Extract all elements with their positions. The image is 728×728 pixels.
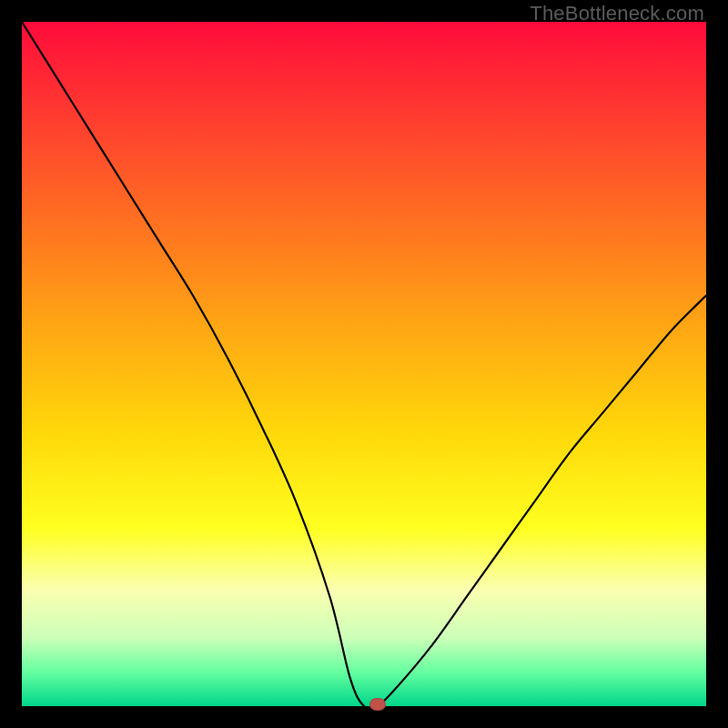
chart-container: TheBottleneck.com — [0, 0, 728, 728]
plot-area — [22, 22, 706, 706]
bottleneck-curve — [22, 22, 706, 706]
optimum-marker — [369, 698, 386, 711]
curve-svg — [22, 22, 706, 706]
